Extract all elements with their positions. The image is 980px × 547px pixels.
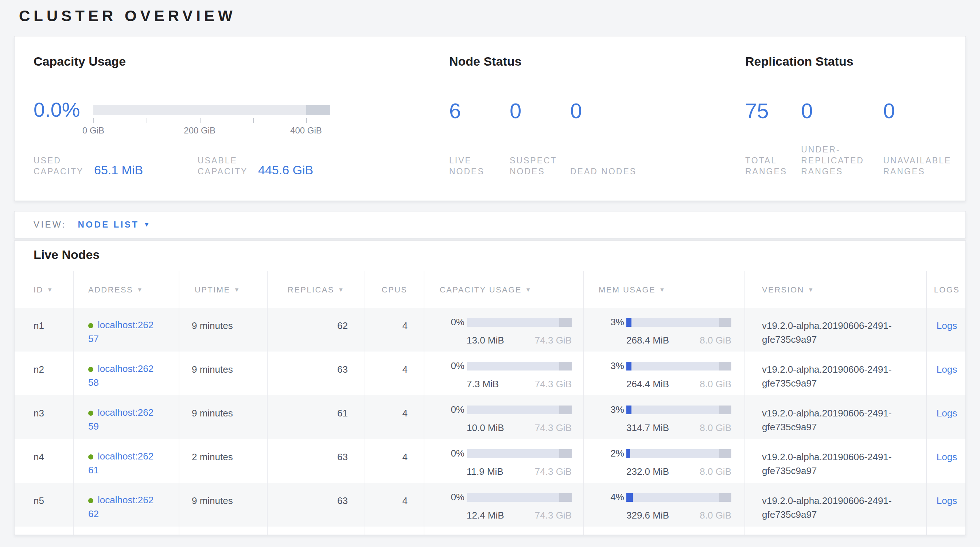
logs-cell: Logs — [927, 351, 966, 395]
replicas-cell: 62 — [267, 308, 365, 351]
dead-nodes-stat: 0 DEAD NODES — [570, 99, 658, 177]
total-ranges-stat: 75 TOTAL RANGES — [745, 99, 801, 177]
logs-link[interactable]: Logs — [937, 364, 957, 375]
unavailable-ranges-stat: 0 UNAVAILABLE RANGES — [883, 99, 964, 177]
version-cell: v19.2.0-alpha.20190606-2491-gfe735c9a97 — [745, 395, 927, 439]
version-cell: v19.2.0-alpha.20190606-2491-gfe735c9a97 — [745, 351, 927, 395]
capacity-usage-cell: 0% 13.0 MiB74.3 GiB — [425, 308, 584, 351]
live-status-icon — [88, 323, 93, 328]
mem-usage-bar — [626, 318, 731, 327]
mem-usage-cell: 3% 264.4 MiB8.0 GiB — [584, 351, 745, 395]
node-address-cell: localhost:26259 — [74, 395, 180, 439]
usable-capacity-value: 445.6 GiB — [258, 164, 313, 177]
mem-usage-bar — [626, 362, 731, 370]
column-header-cpus: CPUS — [365, 271, 425, 308]
sort-desc-icon: ▼ — [808, 286, 815, 293]
sort-desc-icon: ▼ — [47, 286, 54, 293]
used-capacity-label: USED CAPACITY — [33, 155, 94, 177]
node-address-link[interactable]: localhost:26261 — [88, 449, 156, 477]
used-capacity-stat: USED CAPACITY 65.1 MiB — [33, 155, 143, 177]
node-address-link[interactable]: localhost:26257 — [88, 318, 156, 346]
table-row: n3 localhost:26259 9 minutes 61 4 0% 10.… — [14, 395, 966, 439]
column-header-mem-usage[interactable]: MEM USAGE▼ — [584, 271, 745, 308]
cpus-cell: 4 — [365, 395, 425, 439]
view-label: VIEW: — [33, 219, 66, 230]
column-header-id[interactable]: ID▼ — [14, 271, 74, 308]
live-nodes-card: Live Nodes ID▼ ADDRESS▼ UPTIME▼ REPLICAS… — [14, 240, 966, 535]
node-id-cell: n1 — [14, 308, 74, 351]
column-header-version[interactable]: VERSION▼ — [745, 271, 927, 308]
column-header-logs: LOGS — [927, 271, 966, 308]
cpus-cell: 4 — [365, 439, 425, 483]
node-address-link[interactable]: localhost:26262 — [88, 493, 156, 521]
table-header-row: ID▼ ADDRESS▼ UPTIME▼ REPLICAS▼ CPUS CAPA… — [14, 271, 966, 308]
mem-usage-bar — [626, 449, 731, 458]
logs-cell: Logs — [927, 308, 966, 351]
node-id-cell: n2 — [14, 351, 74, 395]
table-row: n4 localhost:26261 2 minutes 63 4 0% 11.… — [14, 439, 966, 483]
mem-usage-bar — [626, 405, 731, 414]
logs-link[interactable]: Logs — [937, 408, 957, 419]
node-status-section: Node Status 6 LIVE NODES 0 SUSPECT NODES… — [449, 56, 690, 177]
cluster-summary-card: Capacity Usage 0.0% 0 GiB 200 GiB 400 Gi… — [14, 36, 966, 201]
sort-desc-icon: ▼ — [525, 286, 532, 293]
mem-usage-cell: 2% 232.0 MiB8.0 GiB — [584, 439, 745, 483]
table-row: n1 localhost:26257 9 minutes 62 4 0% 13.… — [14, 308, 966, 351]
column-header-capacity-usage[interactable]: CAPACITY USAGE▼ — [425, 271, 584, 308]
uptime-cell: 9 minutes — [180, 308, 267, 351]
view-selector-bar: VIEW: NODE LIST ▾ — [14, 211, 966, 239]
mem-usage-cell: 3% 314.7 MiB8.0 GiB — [584, 395, 745, 439]
table-row: n2 localhost:26258 9 minutes 63 4 0% 7.3… — [14, 351, 966, 395]
cpus-cell: 4 — [365, 308, 425, 351]
live-status-icon — [88, 454, 93, 460]
replicas-cell: 63 — [267, 439, 365, 483]
version-cell: v19.2.0-alpha.20190606-2491-gfe735c9a97 — [745, 439, 927, 483]
column-header-replicas[interactable]: REPLICAS▼ — [267, 271, 365, 308]
column-header-address[interactable]: ADDRESS▼ — [74, 271, 180, 308]
node-id-cell: n3 — [14, 395, 74, 439]
live-status-icon — [88, 498, 93, 503]
capacity-usage-bar — [93, 105, 330, 115]
node-address-cell: localhost:26262 — [74, 483, 180, 526]
cluster-overview-page: CLUSTER OVERVIEW Capacity Usage 0.0% 0 G… — [0, 0, 980, 547]
node-address-cell: localhost:26261 — [74, 439, 180, 483]
used-capacity-value: 65.1 MiB — [94, 164, 143, 177]
logs-cell: Logs — [927, 439, 966, 483]
capacity-usage-bar — [467, 362, 572, 370]
logs-link[interactable]: Logs — [937, 452, 957, 463]
node-address-cell: localhost:26258 — [74, 351, 180, 395]
version-cell: v19.2.0-alpha.20190606-2491-gfe735c9a97 — [745, 308, 927, 351]
uptime-cell: 9 minutes — [180, 395, 267, 439]
cpus-cell: 4 — [365, 483, 425, 526]
column-header-uptime[interactable]: UPTIME▼ — [180, 271, 267, 308]
capacity-usage-bar — [467, 318, 572, 327]
suspect-nodes-stat: 0 SUSPECT NODES — [510, 99, 570, 177]
capacity-usage-cell: 0% 11.9 MiB74.3 GiB — [425, 439, 584, 483]
replication-status-section: Replication Status 75 TOTAL RANGES 0 UND… — [745, 56, 964, 177]
usable-capacity-label: USABLE CAPACITY — [197, 155, 258, 177]
replication-status-title: Replication Status — [745, 56, 964, 68]
capacity-usage-cell: 0% 7.3 MiB74.3 GiB — [425, 351, 584, 395]
node-address-link[interactable]: localhost:26258 — [88, 362, 156, 390]
uptime-cell: 2 minutes — [180, 439, 267, 483]
capacity-used-percent: 0.0% — [33, 98, 93, 122]
sort-desc-icon: ▼ — [234, 286, 240, 293]
capacity-usage-cell: 0% 12.4 MiB74.3 GiB — [425, 483, 584, 526]
uptime-cell: 9 minutes — [180, 483, 267, 526]
logs-link[interactable]: Logs — [937, 320, 957, 331]
view-dropdown-value[interactable]: NODE LIST — [78, 219, 139, 230]
node-address-link[interactable]: localhost:26259 — [88, 405, 156, 433]
sort-desc-icon: ▼ — [137, 286, 143, 293]
replicas-cell: 63 — [267, 351, 365, 395]
node-status-title: Node Status — [449, 56, 690, 68]
mem-usage-cell: 3% 268.4 MiB8.0 GiB — [584, 308, 745, 351]
logs-link[interactable]: Logs — [937, 495, 957, 506]
capacity-usage-bar — [467, 449, 572, 458]
replicas-cell: 63 — [267, 483, 365, 526]
logs-cell: Logs — [927, 483, 966, 526]
node-address-cell: localhost:26257 — [74, 308, 180, 351]
capacity-usage-bar — [467, 493, 572, 502]
view-dropdown[interactable]: NODE LIST ▾ — [78, 219, 149, 230]
capacity-usage-section: Capacity Usage 0.0% 0 GiB 200 GiB 400 Gi… — [33, 56, 427, 136]
node-id-cell: n5 — [14, 483, 74, 526]
